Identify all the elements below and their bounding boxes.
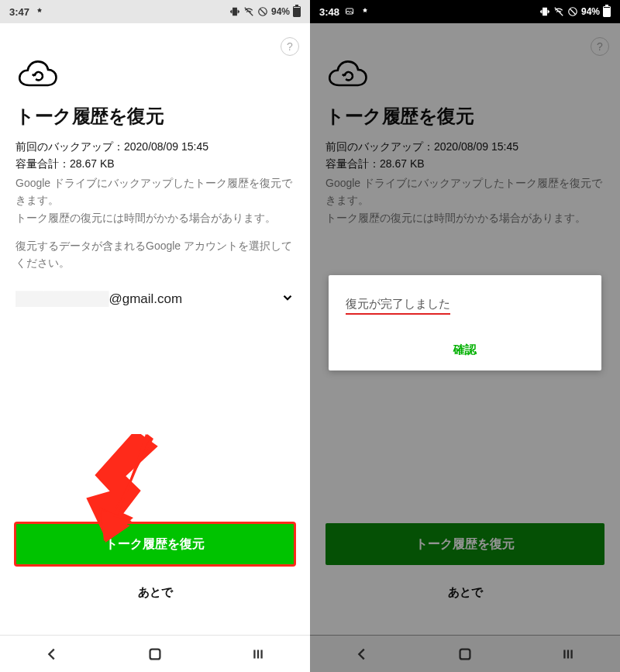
- svg-rect-7: [460, 649, 470, 659]
- nav-bar: [0, 635, 310, 672]
- chevron-down-icon: [281, 291, 294, 308]
- nav-bar: [310, 635, 620, 672]
- completion-dialog: 復元が完了しました 確認: [329, 275, 601, 370]
- status-time: 3:47: [9, 6, 29, 18]
- battery-icon: [603, 6, 611, 17]
- description-1: Google ドライブにバックアップしたトーク履歴を復元できます。 トーク履歴の…: [16, 174, 294, 226]
- nav-recent[interactable]: [235, 643, 281, 665]
- later-button[interactable]: あとで: [326, 576, 604, 608]
- nav-back[interactable]: [339, 643, 385, 665]
- description-2: 復元するデータが含まれるGoogle アカウントを選択してください。: [16, 237, 294, 272]
- status-bar: 3:47 94%: [0, 0, 310, 23]
- cloud-sync-icon: [16, 59, 59, 90]
- status-bar: 3:48 94%: [310, 0, 620, 23]
- cloud-sync-icon: [326, 59, 369, 90]
- last-backup: 前回のバックアップ：2020/08/09 15:45: [326, 138, 604, 155]
- nav-home[interactable]: [132, 643, 178, 665]
- total-size: 容量合計：28.67 KB: [326, 155, 604, 172]
- account-email: ██████████@gmail.com: [16, 291, 182, 307]
- screen-left: 3:47 94% ?: [0, 0, 310, 672]
- svg-rect-4: [150, 649, 160, 659]
- nav-home[interactable]: [442, 643, 488, 665]
- status-time: 3:48: [319, 6, 339, 18]
- vibrate-icon: [539, 6, 550, 17]
- page-title: トーク履歴を復元: [16, 104, 294, 129]
- status-misc-icon: [34, 6, 45, 17]
- description-1: Google ドライブにバックアップしたトーク履歴を復元できます。 トーク履歴の…: [326, 174, 604, 226]
- total-size: 容量合計：28.67 KB: [16, 155, 294, 172]
- dialog-message: 復元が完了しました: [346, 297, 450, 315]
- last-backup: 前回のバックアップ：2020/08/09 15:45: [16, 138, 294, 155]
- help-button[interactable]: ?: [591, 37, 609, 56]
- wifi-off-icon: [243, 6, 254, 17]
- status-misc-icon: [360, 6, 370, 17]
- later-button[interactable]: あとで: [16, 576, 294, 608]
- battery-pct: 94%: [271, 6, 290, 17]
- battery-icon: [293, 6, 301, 17]
- vibrate-icon: [229, 6, 240, 17]
- nav-recent[interactable]: [545, 643, 591, 665]
- restore-button[interactable]: トーク履歴を復元: [326, 523, 604, 565]
- page-title: トーク履歴を復元: [326, 104, 604, 129]
- image-icon: [344, 6, 355, 17]
- dialog-confirm-button[interactable]: 確認: [346, 336, 584, 370]
- wifi-off-icon: [553, 6, 564, 17]
- screen-right: 3:48 94% ?: [310, 0, 620, 672]
- dnd-icon: [257, 6, 268, 17]
- restore-button[interactable]: トーク履歴を復元: [16, 523, 294, 565]
- help-button[interactable]: ?: [281, 37, 299, 56]
- account-selector[interactable]: ██████████@gmail.com: [16, 291, 294, 308]
- nav-back[interactable]: [29, 643, 75, 665]
- dnd-icon: [567, 6, 578, 17]
- content-area: ? トーク履歴を復元 前回のバックアップ：2020/08/09 15:45 容量…: [0, 23, 310, 635]
- battery-pct: 94%: [581, 6, 600, 17]
